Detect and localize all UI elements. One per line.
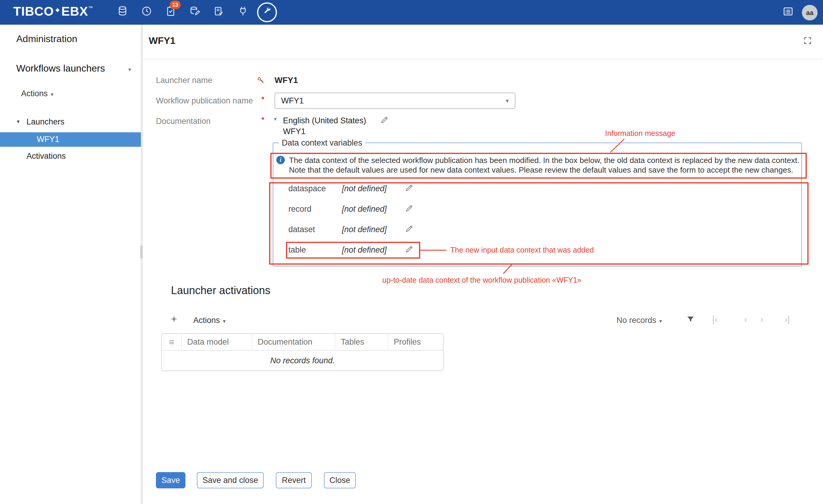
records-count-dropdown[interactable]: No records▾ [617,316,662,325]
topbar-nav: 13 [110,0,279,25]
publication-label: Workflow publication name [156,96,253,105]
documentation-locale: English (United States) [283,116,366,125]
chevron-down-icon: ▾ [51,91,53,97]
activations-table: ≡ Data model Documentation Tables Profil… [161,333,444,371]
first-page-button[interactable]: |‹ [712,314,718,324]
records-list-button[interactable] [782,5,794,20]
primary-key-icon [257,76,266,87]
user-avatar[interactable]: aa [802,5,818,20]
activations-table-header: ≡ Data model Documentation Tables Profil… [162,334,443,351]
brand-ebx: EBX [61,4,88,18]
variable-value-dataset: [not defined] [342,225,387,234]
sidebar-section-workflows-launchers[interactable]: Workflows launchers [16,63,105,74]
variable-name-dataspace: dataspace [288,184,326,193]
records-list-icon [782,9,794,19]
save-and-close-button[interactable]: Save and close [197,472,264,488]
prev-page-button[interactable]: ‹ [744,314,747,324]
sidebar-actions-dropdown[interactable]: Actions▾ [21,89,53,98]
annotation-info-message: Information message [605,129,675,138]
variable-name-dataset: dataset [288,225,315,234]
info-message-text: The data context of the selected workflo… [289,156,801,175]
next-page-button[interactable]: › [761,314,764,324]
trademark: ™ [88,5,93,11]
launcher-activations-title: Launcher activations [171,284,270,297]
fullscreen-button[interactable] [803,36,813,46]
edit-dataspace-button[interactable] [404,183,414,195]
fullscreen-icon [803,37,812,47]
documentation-value: WFY1 [283,127,306,136]
tasks-badge: 13 [170,1,181,9]
required-marker: * [261,115,265,124]
workflow-menu-button[interactable] [206,0,230,25]
variable-value-record: [not defined] [342,205,387,214]
filter-button[interactable] [686,314,695,324]
filter-funnel-icon [686,316,695,326]
form-check-icon [213,5,224,19]
brand-tibco: TIBCO [13,4,54,18]
info-message-line1: The data context of the selected workflo… [289,156,801,165]
launcher-name-label: Launcher name [156,76,212,85]
sidebar-item-launchers[interactable]: Launchers [26,117,64,126]
sidebar-actions-label: Actions [21,89,48,98]
sidebar: Administration Workflows launchers ▾ Act… [0,25,141,504]
variable-name-record: record [288,205,312,214]
collapse-icon[interactable]: ▾ [274,116,277,122]
database-icon [117,5,128,19]
records-count-label: No records [617,316,656,325]
variable-value-table: [not defined] [342,245,387,254]
topbar-right: aa [782,0,818,25]
main-header: WFY1 [143,25,823,59]
edit-table-button[interactable] [404,244,414,256]
annotation-up-to-date: up-to-date data context of the workflow … [382,276,582,284]
close-button[interactable]: Close [324,472,356,488]
tibco-diamond-icon: ◆ [56,7,59,13]
variable-name-table: table [288,245,306,254]
sidebar-item-wfy1-selected[interactable]: WFY1 [0,132,141,147]
pencil-icon [404,245,414,256]
database-edit-icon [189,5,200,19]
chevron-down-icon: ▾ [659,318,662,324]
last-page-button[interactable]: ›| [785,314,790,324]
topbar: TIBCO◆EBX™ 13 [0,0,823,25]
publication-select[interactable]: WFY1 ▾ [275,92,515,109]
tibco-ebx-logo: TIBCO◆EBX™ [13,4,93,19]
main-panel: WFY1 Launcher name WFY1 Workflow publica… [143,25,823,504]
tasks-menu-button[interactable]: 13 [158,0,182,25]
sidebar-title: Administration [16,34,77,44]
pencil-icon [404,225,414,235]
annotation-new-input: The new input data context that was adde… [450,246,594,254]
required-marker: * [261,95,265,104]
active-tool-ring [257,2,277,22]
save-button[interactable]: Save [156,472,185,488]
data-modeling-button[interactable] [182,0,206,25]
column-header-documentation[interactable]: Documentation [252,334,335,350]
column-header-tables[interactable]: Tables [335,334,388,350]
activations-actions-dropdown[interactable]: Actions▾ [193,316,226,325]
pencil-icon [380,116,389,126]
add-activation-button[interactable]: + [168,313,180,325]
column-header-profiles[interactable]: Profiles [388,334,443,350]
hamburger-icon[interactable]: ≡ [162,334,181,350]
edit-dataset-button[interactable] [404,224,414,236]
ebx-app-window: TIBCO◆EBX™ 13 [0,0,823,504]
publication-select-value: WFY1 [281,96,304,105]
sidebar-item-activations[interactable]: Activations [26,152,66,161]
integration-menu-button[interactable] [230,0,255,25]
administration-menu-button[interactable] [255,0,279,25]
data-menu-button[interactable] [110,0,134,25]
page-title: WFY1 [149,35,175,46]
clock-icon [141,5,152,19]
revert-button[interactable]: Revert [276,472,312,488]
plug-icon [237,5,249,19]
activations-actions-label: Actions [193,316,220,325]
documentation-label: Documentation [156,117,211,126]
column-header-data-model[interactable]: Data model [181,334,252,350]
chevron-down-icon: ▾ [506,93,509,108]
info-message-line2: Note that the default values are used fo… [289,165,801,175]
history-menu-button[interactable] [134,0,158,25]
chevron-down-icon[interactable]: ▾ [128,66,131,73]
chevron-down-icon: ▾ [223,318,226,324]
tree-expand-icon[interactable]: ▾ [17,118,20,124]
edit-record-button[interactable] [404,203,414,215]
edit-documentation-button[interactable] [380,115,389,127]
